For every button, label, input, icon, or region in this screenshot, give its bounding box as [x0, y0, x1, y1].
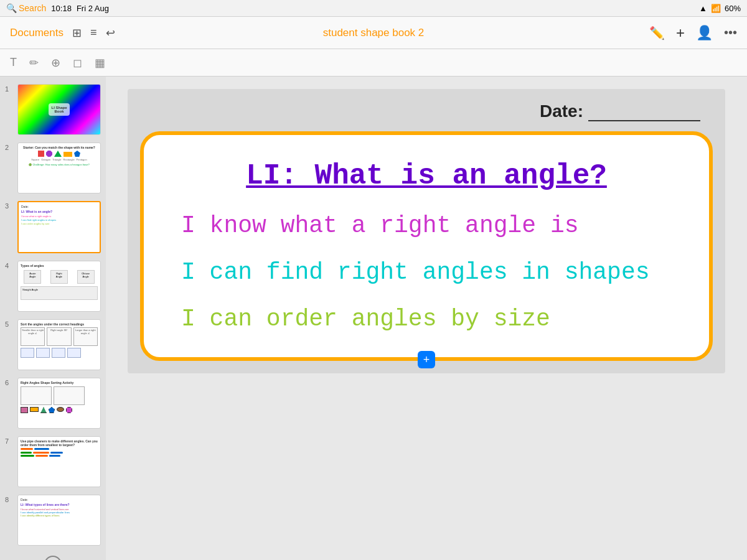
slide-6-content: Right Angles Shape Sorting Activity	[18, 378, 100, 428]
table-tool-button[interactable]: ▦	[95, 56, 105, 70]
slide-panel: 1 LI ShapeBook 2 Starter: Can you match …	[0, 77, 106, 560]
slide-thumb-2[interactable]: 2 Starter: Can you match the shape with …	[0, 140, 106, 196]
documents-button[interactable]: Documents	[10, 27, 63, 39]
status-time: 10:18	[51, 4, 72, 13]
slide-preview: Use pipe cleaners to make different angl…	[17, 436, 101, 487]
slide-2-content: Starter: Can you match the shape with it…	[18, 143, 100, 193]
slide-page: Date: LI: What is an angle? I know what …	[128, 89, 725, 373]
main-area: 1 LI ShapeBook 2 Starter: Can you match …	[0, 77, 747, 560]
slide-preview: Right Angles Shape Sorting Activity	[17, 378, 101, 429]
slide-number: 8	[5, 495, 15, 503]
date-label: Date:	[540, 101, 583, 121]
wifi-icon: 📶	[711, 4, 721, 13]
status-bar-right: ▲ 📶 60%	[699, 4, 741, 13]
add-slide-icon[interactable]: +	[44, 556, 62, 560]
slide-thumb-1[interactable]: 1 LI ShapeBook	[0, 82, 106, 138]
date-row: Date:	[140, 101, 713, 121]
undo-button[interactable]: ↩	[106, 26, 115, 40]
toolbar-right: ✏️ + 👤 •••	[495, 24, 737, 42]
search-button[interactable]: 🔍 Search	[6, 3, 46, 13]
grid-view-button[interactable]: ⊞	[72, 26, 82, 40]
slide-7-content: Use pipe cleaners to make different angl…	[18, 437, 100, 487]
slide-number: 6	[5, 378, 15, 386]
slide-preview: Starter: Can you match the shape with it…	[17, 142, 101, 194]
slide-5-content: Sort the angles under the correct headin…	[18, 320, 100, 370]
slide-number: 4	[5, 261, 15, 269]
learning-objective-3: I can order angles by size	[181, 306, 672, 332]
slide-number: 5	[5, 319, 15, 328]
slide-number: 2	[5, 142, 15, 151]
signal-icon: ▲	[699, 4, 707, 13]
date-input-line	[588, 101, 700, 121]
toolbar-left: Documents ⊞ ≡ ↩	[10, 26, 252, 40]
insert-button[interactable]: ⊕	[51, 56, 60, 70]
slide-preview: Date: LI: What types of lines are there?…	[17, 495, 101, 546]
learning-objective-2: I can find right angles in shapes	[181, 259, 672, 286]
slide-3-content: Date: LI: What is an angle? I know what …	[19, 202, 100, 252]
battery-indicator: 60%	[725, 4, 741, 13]
shape-tool-button[interactable]: ◻	[73, 56, 82, 70]
learning-objective-1: I know what a right angle is	[181, 212, 672, 239]
status-bar: 🔍 Search 10:18 Fri 2 Aug ▲ 📶 60%	[0, 0, 747, 17]
card-title: LI: What is an angle?	[181, 160, 672, 192]
status-bar-left: 🔍 Search 10:18 Fri 2 Aug	[6, 3, 699, 13]
slide-preview: Types of angles AcuteAngle RightAngle Ob…	[17, 261, 101, 312]
main-toolbar: Documents ⊞ ≡ ↩ student shape book 2 ✏️ …	[0, 17, 747, 49]
add-slide-button[interactable]: +	[0, 551, 106, 560]
angle-learning-card: LI: What is an angle? I know what a righ…	[140, 131, 713, 361]
slide-preview: Date: LI: What is an angle? I know what …	[17, 201, 101, 253]
status-date: Fri 2 Aug	[77, 4, 109, 13]
slide-preview: LI ShapeBook	[17, 84, 101, 135]
slide-1-content: LI ShapeBook	[18, 85, 100, 134]
slide-4-content: Types of angles AcuteAngle RightAngle Ob…	[18, 261, 100, 311]
slide-thumb-6[interactable]: 6 Right Angles Shape Sorting Activity	[0, 375, 106, 431]
list-view-button[interactable]: ≡	[90, 26, 97, 40]
slide-8-content: Date: LI: What types of lines are there?…	[18, 495, 100, 545]
user-profile-button[interactable]: 👤	[696, 25, 713, 41]
slide-thumb-4[interactable]: 4 Types of angles AcuteAngle RightAngle …	[0, 258, 106, 314]
slide-number: 3	[5, 201, 15, 210]
add-content-button[interactable]: +	[418, 351, 435, 368]
toolbar-center: student shape book 2	[252, 27, 494, 39]
document-title: student shape book 2	[323, 27, 425, 39]
slide-thumb-5[interactable]: 5 Sort the angles under the correct head…	[0, 317, 106, 373]
add-button[interactable]: +	[676, 24, 685, 42]
slide-thumb-7[interactable]: 7 Use pipe cleaners to make different an…	[0, 434, 106, 490]
slide-preview: Sort the angles under the correct headin…	[17, 319, 101, 370]
marker-tool-button[interactable]: ✏️	[649, 26, 665, 40]
secondary-toolbar: T ✏ ⊕ ◻ ▦	[0, 49, 747, 77]
search-label: Search	[19, 3, 46, 13]
slide-number: 1	[5, 84, 15, 93]
slide-content-area: Date: LI: What is an angle? I know what …	[106, 77, 747, 560]
brush-tool-button[interactable]: ✏	[29, 56, 39, 70]
text-tool-button[interactable]: T	[10, 56, 17, 69]
search-icon: 🔍	[6, 3, 17, 13]
more-options-button[interactable]: •••	[724, 26, 737, 40]
slide-number: 7	[5, 436, 15, 445]
slide-thumb-8[interactable]: 8 Date: LI: What types of lines are ther…	[0, 492, 106, 548]
slide-thumb-3[interactable]: 3 Date: LI: What is an angle? I know wha…	[0, 198, 106, 256]
